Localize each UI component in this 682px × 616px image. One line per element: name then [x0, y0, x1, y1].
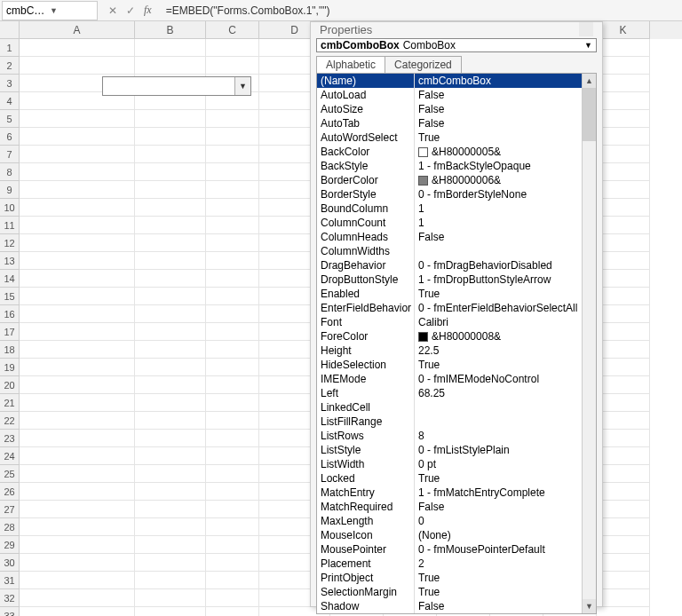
col-header[interactable]: A: [20, 21, 135, 39]
cell[interactable]: [597, 199, 650, 217]
property-value[interactable]: [415, 415, 582, 429]
cell[interactable]: [206, 501, 259, 518]
property-row[interactable]: MouseIcon(None): [317, 528, 582, 542]
cell[interactable]: [597, 163, 650, 181]
cell[interactable]: [135, 376, 206, 394]
property-value[interactable]: 68.25: [415, 386, 582, 400]
property-value[interactable]: &H80000008&: [415, 329, 582, 344]
property-row[interactable]: EnabledTrue: [317, 287, 582, 301]
row-header[interactable]: 18: [0, 341, 20, 359]
cell[interactable]: [597, 234, 650, 252]
row-header[interactable]: 31: [0, 572, 20, 589]
row-header[interactable]: 23: [0, 430, 20, 447]
cell[interactable]: [206, 288, 259, 305]
property-value[interactable]: False: [415, 102, 582, 116]
property-row[interactable]: ForeColor&H80000008&: [317, 329, 582, 344]
cell[interactable]: [597, 572, 650, 589]
property-row[interactable]: ListStyle0 - fmListStylePlain: [317, 443, 582, 457]
cell[interactable]: [135, 252, 206, 270]
cell[interactable]: [135, 572, 206, 589]
cell[interactable]: [20, 288, 135, 305]
cell[interactable]: [20, 305, 135, 323]
row-header[interactable]: 4: [0, 92, 20, 110]
property-row[interactable]: AutoLoadFalse: [317, 88, 582, 102]
cell[interactable]: [597, 128, 650, 146]
cell[interactable]: [206, 394, 259, 412]
cell[interactable]: [20, 430, 135, 447]
cell[interactable]: [135, 589, 206, 607]
property-row[interactable]: MousePointer0 - fmMousePointerDefault: [317, 542, 582, 557]
property-value[interactable]: 1 - fmBackStyleOpaque: [415, 159, 582, 173]
cell[interactable]: [20, 199, 135, 217]
property-value[interactable]: False: [415, 599, 582, 613]
close-icon[interactable]: [579, 22, 593, 36]
cell[interactable]: [597, 75, 650, 92]
property-row[interactable]: ShadowFalse: [317, 599, 582, 613]
tab-categorized[interactable]: Categorized: [385, 56, 462, 73]
property-row[interactable]: DragBehavior0 - fmDragBehaviorDisabled: [317, 258, 582, 272]
combobox-dropdown-button[interactable]: ▼: [234, 77, 250, 95]
cell[interactable]: [597, 288, 650, 305]
cell[interactable]: [20, 536, 135, 554]
property-value[interactable]: 0 - fmEnterFieldBehaviorSelectAll: [415, 301, 582, 315]
property-value[interactable]: cmbComboBox: [415, 74, 582, 88]
cell[interactable]: [597, 483, 650, 501]
cell[interactable]: [597, 589, 650, 607]
property-value[interactable]: (None): [415, 528, 582, 542]
cell[interactable]: [597, 394, 650, 412]
cell[interactable]: [135, 483, 206, 501]
property-row[interactable]: IMEMode0 - fmIMEModeNoControl: [317, 372, 582, 386]
cell[interactable]: [135, 607, 206, 616]
cell[interactable]: [206, 483, 259, 501]
cell[interactable]: [206, 181, 259, 199]
formula-input[interactable]: =EMBED("Forms.ComboBox.1",""): [161, 4, 682, 17]
row-header[interactable]: 7: [0, 146, 20, 163]
cell[interactable]: [135, 412, 206, 430]
row-header[interactable]: 9: [0, 181, 20, 199]
property-value[interactable]: [415, 400, 582, 415]
row-header[interactable]: 27: [0, 501, 20, 518]
cell[interactable]: [597, 430, 650, 447]
cell[interactable]: [206, 199, 259, 217]
property-value[interactable]: 2: [415, 557, 582, 571]
cell[interactable]: [597, 607, 650, 616]
property-value[interactable]: True: [415, 358, 582, 372]
scrollbar[interactable]: ▲ ▼: [582, 74, 596, 613]
cell[interactable]: [135, 110, 206, 128]
scroll-up-icon[interactable]: ▲: [583, 74, 596, 88]
accept-icon[interactable]: ✓: [126, 4, 135, 17]
cell[interactable]: [597, 323, 650, 341]
cell[interactable]: [597, 270, 650, 288]
cell[interactable]: [20, 163, 135, 181]
cell[interactable]: [135, 234, 206, 252]
row-header[interactable]: 14: [0, 270, 20, 288]
row-header[interactable]: 3: [0, 75, 20, 92]
cell[interactable]: [20, 359, 135, 376]
cell[interactable]: [206, 57, 259, 75]
cancel-icon[interactable]: ✕: [108, 4, 117, 17]
cell[interactable]: [206, 305, 259, 323]
cell[interactable]: [20, 572, 135, 589]
cell[interactable]: [135, 163, 206, 181]
property-value[interactable]: 0 - fmBorderStyleNone: [415, 187, 582, 201]
cell[interactable]: [206, 110, 259, 128]
property-row[interactable]: BackColor&H80000005&: [317, 145, 582, 159]
cell[interactable]: [135, 554, 206, 572]
cell[interactable]: [20, 217, 135, 234]
cell[interactable]: [20, 501, 135, 518]
cell[interactable]: [597, 110, 650, 128]
property-row[interactable]: LinkedCell: [317, 400, 582, 415]
row-header[interactable]: 22: [0, 412, 20, 430]
cell[interactable]: [206, 589, 259, 607]
property-row[interactable]: Placement2: [317, 557, 582, 571]
row-header[interactable]: 12: [0, 234, 20, 252]
cell[interactable]: [597, 92, 650, 110]
property-row[interactable]: MatchEntry1 - fmMatchEntryComplete: [317, 486, 582, 500]
row-header[interactable]: 8: [0, 163, 20, 181]
property-value[interactable]: 0 - fmIMEModeNoControl: [415, 372, 582, 386]
property-row[interactable]: ListRows8: [317, 429, 582, 443]
cell[interactable]: [206, 572, 259, 589]
cell[interactable]: [597, 181, 650, 199]
property-row[interactable]: FontCalibri: [317, 315, 582, 329]
fx-icon[interactable]: fx: [144, 4, 152, 17]
